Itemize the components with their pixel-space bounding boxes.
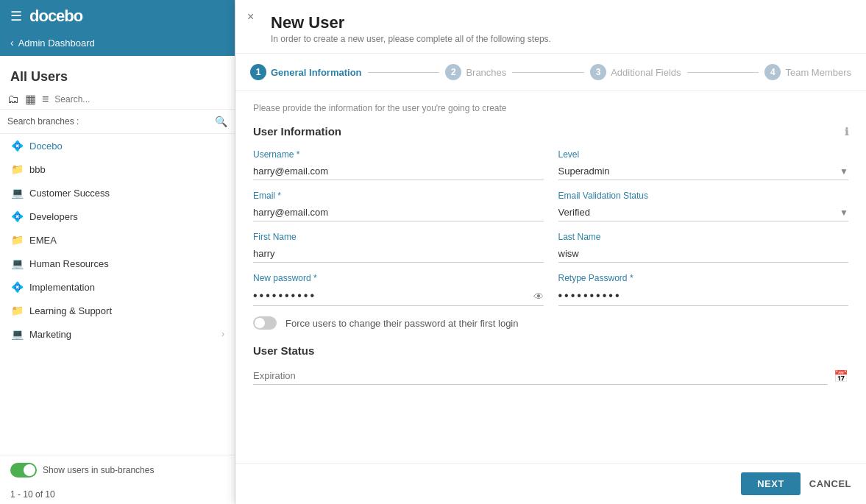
laptop-icon-customer-success: 💻 xyxy=(10,187,24,199)
force-change-row: Force users to change their password at … xyxy=(253,316,848,330)
branch-label-developers: Developers xyxy=(29,211,78,222)
pagination-label: 1 - 10 of 10 xyxy=(0,485,235,504)
stepper: 1 General Information 2 Branches 3 Addit… xyxy=(235,54,866,91)
form-group-email-validation: Email Validation Status Verified Not Ver… xyxy=(558,191,849,221)
email-validation-label: Email Validation Status xyxy=(558,191,849,201)
org-icon-developers: 💠 xyxy=(10,210,24,222)
form-group-lastname: Last Name xyxy=(558,232,849,263)
retype-password-input[interactable] xyxy=(558,286,849,306)
retype-password-label: Retype Password xyxy=(558,273,849,283)
step-connector-1 xyxy=(368,72,440,73)
step-number-4: 4 xyxy=(764,64,781,80)
modal-header: × New User In order to create a new user… xyxy=(235,0,866,54)
branch-item-implementation[interactable]: 💠 Implementation xyxy=(0,275,235,299)
sub-branches-toggle[interactable] xyxy=(10,463,37,478)
laptop-icon-human-resources: 💻 xyxy=(10,258,24,269)
hamburger-icon[interactable]: ☰ xyxy=(10,8,22,24)
toolbar: 🗂 ▦ ≡ xyxy=(0,89,235,110)
branch-search-input[interactable] xyxy=(83,116,210,127)
info-icon[interactable]: ℹ xyxy=(845,126,848,138)
branch-item-customer-success[interactable]: 💻 Customer Success xyxy=(0,181,235,205)
branch-item-bbb[interactable]: 📁 bbb xyxy=(0,157,235,181)
step-general-information[interactable]: 1 General Information xyxy=(250,64,362,80)
email-validation-select[interactable]: Verified Not Verified xyxy=(558,204,849,221)
branch-item-docebo[interactable]: 💠 Docebo xyxy=(0,134,235,157)
step-label-2: Branches xyxy=(466,67,506,78)
next-button[interactable]: NEXT xyxy=(741,472,801,495)
close-button[interactable]: × xyxy=(247,10,254,24)
username-label: Username xyxy=(253,149,544,160)
password-label: New password xyxy=(253,273,544,283)
step-branches[interactable]: 2 Branches xyxy=(445,64,506,80)
step-connector-2 xyxy=(512,72,584,73)
force-change-toggle[interactable] xyxy=(253,316,277,330)
step-additional-fields[interactable]: 3 Additional Fields xyxy=(590,64,681,80)
username-input[interactable] xyxy=(253,163,544,180)
branch-item-human-resources[interactable]: 💻 Human Resources xyxy=(0,252,235,275)
new-user-modal: × New User In order to create a new user… xyxy=(235,0,866,504)
back-icon[interactable]: ‹ xyxy=(10,37,14,49)
email-validation-select-wrapper: Verified Not Verified ▼ xyxy=(558,204,849,221)
branch-search-row: Search branches : 🔍 xyxy=(0,110,235,134)
user-status-section: User Status 📅 xyxy=(253,344,848,385)
sidebar-content: All Users 🗂 ▦ ≡ Search branches : 🔍 💠 Do… xyxy=(0,56,235,455)
filter-icon[interactable]: ≡ xyxy=(42,93,49,106)
level-select[interactable]: Superadmin Admin Power User User xyxy=(558,163,849,180)
step-label-4: Team Members xyxy=(785,67,851,78)
folder-icon-emea: 📁 xyxy=(10,234,24,246)
cancel-button[interactable]: CANCEL xyxy=(809,478,851,489)
password-wrapper: 👁 xyxy=(253,286,544,306)
firstname-label: First Name xyxy=(253,232,544,242)
folder-icon[interactable]: 🗂 xyxy=(7,93,19,106)
branch-item-emea[interactable]: 📁 EMEA xyxy=(0,228,235,252)
password-toggle-icon[interactable]: 👁 xyxy=(533,291,544,302)
step-connector-3 xyxy=(687,72,759,73)
modal-footer: NEXT CANCEL xyxy=(235,463,866,504)
modal-title: New User xyxy=(250,13,851,32)
user-status-title: User Status xyxy=(253,344,848,357)
sidebar: ☰ docebo ‹ Admin Dashboard All Users 🗂 ▦… xyxy=(0,0,235,504)
lastname-label: Last Name xyxy=(558,232,849,242)
branch-item-learning-support[interactable]: 📁 Learning & Support xyxy=(0,299,235,322)
level-label: Level xyxy=(558,149,849,160)
chevron-right-icon-marketing: › xyxy=(221,329,224,339)
laptop-icon-marketing: 💻 xyxy=(10,328,24,340)
org-icon-implementation: 💠 xyxy=(10,281,24,293)
grid-icon[interactable]: ▦ xyxy=(25,92,36,106)
branch-search-icon[interactable]: 🔍 xyxy=(215,116,227,127)
sidebar-nav[interactable]: ‹ Admin Dashboard xyxy=(0,32,235,56)
all-users-title: All Users xyxy=(0,62,235,89)
expiration-row: 📅 xyxy=(253,367,848,385)
branch-item-marketing[interactable]: 💻 Marketing › xyxy=(0,322,235,346)
form-row-password: New password 👁 Retype Password xyxy=(253,273,848,306)
form-group-level: Level Superadmin Admin Power User User ▼ xyxy=(558,149,849,180)
folder-icon-bbb: 📁 xyxy=(10,163,24,175)
expiration-input[interactable] xyxy=(253,367,828,385)
form-row-email-validation: Email Email Validation Status Verified N… xyxy=(253,191,848,221)
step-team-members[interactable]: 4 Team Members xyxy=(764,64,851,80)
org-icon-docebo: 💠 xyxy=(10,140,24,152)
folder-icon-learning-support: 📁 xyxy=(10,305,24,316)
calendar-icon[interactable]: 📅 xyxy=(834,369,848,383)
email-input[interactable] xyxy=(253,204,544,221)
toolbar-search-input[interactable] xyxy=(54,94,227,104)
form-row-name: First Name Last Name xyxy=(253,232,848,263)
form-group-firstname: First Name xyxy=(253,232,544,263)
step-label-1: General Information xyxy=(271,67,362,78)
form-group-retype-password: Retype Password xyxy=(558,273,849,306)
firstname-input[interactable] xyxy=(253,245,544,263)
step-number-3: 3 xyxy=(590,64,606,80)
lastname-input[interactable] xyxy=(558,245,849,263)
branch-search-label: Search branches : xyxy=(7,116,79,127)
force-change-label: Force users to change their password at … xyxy=(285,318,518,329)
step-label-3: Additional Fields xyxy=(611,67,681,78)
branch-item-developers[interactable]: 💠 Developers xyxy=(0,205,235,228)
sub-branches-label: Show users in sub-branches xyxy=(43,465,154,475)
logo: docebo xyxy=(29,7,82,26)
user-info-section-title: User Information ℹ xyxy=(253,125,848,138)
branch-label-human-resources: Human Resources xyxy=(29,258,109,269)
form-group-password: New password 👁 xyxy=(253,273,544,306)
branch-label-bbb: bbb xyxy=(29,164,46,175)
step-number-1: 1 xyxy=(250,64,266,80)
password-input[interactable] xyxy=(253,286,544,306)
